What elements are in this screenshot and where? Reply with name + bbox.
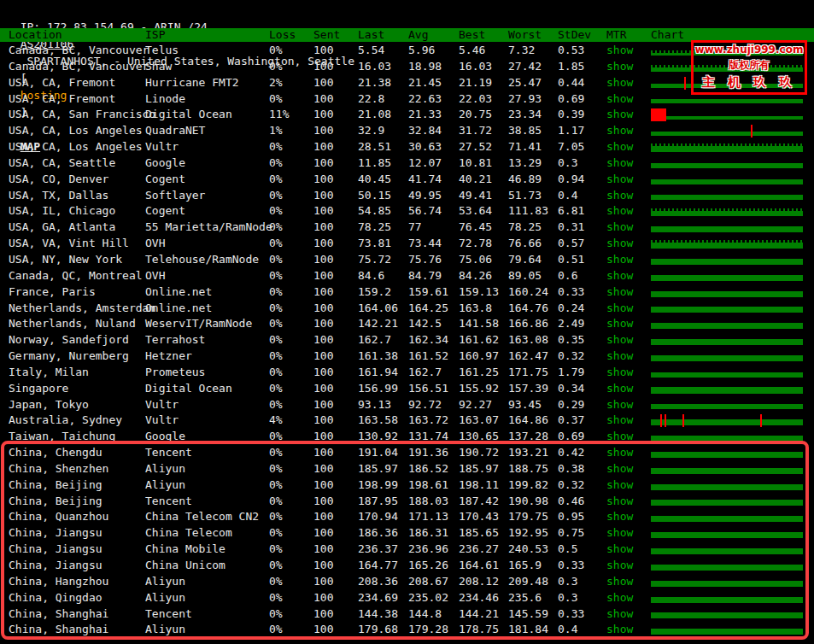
table-row: USA, VA, Vint HillOVH0%10073.8173.4472.7… (0, 236, 814, 252)
latency-chart (651, 574, 803, 590)
avg-cell: 188.03 (408, 494, 448, 510)
last-cell: 142.21 (358, 316, 398, 332)
loss-cell: 0% (269, 445, 283, 461)
mtr-show-link[interactable]: show (606, 477, 633, 494)
latency-chart (651, 622, 803, 638)
location-cell: China, Jiangsu (9, 525, 102, 542)
mtr-show-link[interactable]: show (606, 542, 633, 558)
location-cell: USA, GA, Atlanta (9, 220, 115, 236)
mtr-show-link[interactable]: show (606, 284, 633, 301)
avg-cell: 142.5 (408, 316, 442, 332)
packet-loss-spike (751, 125, 753, 138)
mtr-show-link[interactable]: show (606, 332, 633, 348)
sent-cell: 100 (313, 316, 333, 332)
mtr-show-link[interactable]: show (606, 301, 633, 317)
mtr-show-link[interactable]: show (606, 236, 633, 252)
sent-cell: 100 (313, 429, 333, 445)
sent-cell: 100 (313, 123, 333, 139)
mtr-show-link[interactable]: show (606, 365, 633, 381)
isp-cell: Terrahost (145, 332, 205, 348)
isp-cell: China Mobile (145, 542, 225, 558)
latency-chart (651, 155, 803, 172)
sent-cell: 100 (313, 397, 333, 413)
latency-chart (651, 91, 803, 108)
mtr-show-link[interactable]: show (606, 172, 633, 188)
mtr-show-link[interactable]: show (606, 59, 633, 75)
loss-cell: 0% (269, 622, 283, 638)
mtr-show-link[interactable]: show (606, 397, 633, 413)
mtr-show-link[interactable]: show (606, 252, 633, 268)
mtr-show-link[interactable]: show (606, 590, 633, 606)
mtr-show-link[interactable]: show (606, 75, 633, 91)
mtr-show-link[interactable]: show (606, 429, 633, 445)
loss-cell: 0% (269, 525, 283, 542)
last-cell: 198.99 (358, 477, 398, 494)
stdev-cell: 0.32 (558, 348, 584, 365)
sent-cell: 100 (313, 606, 333, 623)
worst-cell: 190.98 (508, 494, 548, 510)
mtr-show-link[interactable]: show (606, 139, 633, 155)
loss-cell: 0% (269, 188, 283, 204)
stdev-cell: 0.31 (558, 220, 584, 236)
last-cell: 22.8 (358, 91, 384, 108)
avg-cell: 41.74 (408, 172, 442, 188)
last-cell: 130.92 (358, 429, 398, 445)
mtr-show-link[interactable]: show (606, 606, 633, 623)
mtr-show-link[interactable]: show (606, 509, 633, 525)
stdev-cell: 0.53 (558, 43, 584, 59)
isp-cell: Aliyun (145, 477, 185, 494)
table-row: USA, NY, New YorkTelehouse/RamNode0%1007… (0, 252, 814, 268)
location-cell: China, Qingdao (9, 590, 102, 606)
mtr-show-link[interactable]: show (606, 91, 633, 108)
column-header-best: Best (459, 28, 485, 42)
mtr-show-link[interactable]: show (606, 107, 633, 123)
last-cell: 93.13 (358, 397, 391, 413)
mtr-show-link[interactable]: show (606, 413, 633, 429)
avg-cell: 165.26 (408, 558, 448, 574)
mtr-show-link[interactable]: show (606, 445, 633, 461)
mtr-show-link[interactable]: show (606, 348, 633, 365)
table-row: Italy, MilanPrometeus0%100161.94162.7161… (0, 365, 814, 381)
latency-chart (651, 397, 803, 413)
mtr-show-link[interactable]: show (606, 155, 633, 172)
worst-cell: 193.21 (508, 445, 548, 461)
mtr-show-link[interactable]: show (606, 123, 633, 139)
isp-cell: China Telecom CN2 (145, 509, 259, 525)
isp-cell: Google (145, 155, 185, 172)
sent-cell: 100 (313, 445, 333, 461)
mtr-show-link[interactable]: show (606, 268, 633, 284)
mtr-show-link[interactable]: show (606, 43, 633, 59)
mtr-show-link[interactable]: show (606, 525, 633, 542)
location-cell: USA, CA, Fremont (9, 75, 115, 91)
mtr-show-link[interactable]: show (606, 220, 633, 236)
mtr-show-link[interactable]: show (606, 461, 633, 477)
latency-chart (651, 413, 803, 429)
location-cell: Germany, Nuremberg (9, 348, 129, 365)
location-cell: China, Hangzhou (9, 574, 108, 590)
sent-cell: 100 (313, 590, 333, 606)
avg-cell: 236.96 (408, 542, 448, 558)
loss-cell: 2% (269, 75, 283, 91)
best-cell: 21.19 (459, 75, 492, 91)
worst-cell: 157.39 (508, 381, 548, 397)
last-cell: 54.85 (358, 203, 391, 220)
avg-cell: 179.28 (408, 622, 448, 638)
mtr-show-link[interactable]: show (606, 622, 633, 638)
location-cell: Norway, Sandefjord (9, 332, 129, 348)
mtr-show-link[interactable]: show (606, 574, 633, 590)
mtr-show-link[interactable]: show (606, 203, 633, 220)
latency-chart (651, 477, 803, 494)
mtr-show-link[interactable]: show (606, 381, 633, 397)
table-row: Canada, BC, VancouverTelus0%1005.545.965… (0, 43, 814, 59)
worst-cell: 7.32 (508, 43, 535, 59)
mtr-show-link[interactable]: show (606, 188, 633, 204)
mtr-show-link[interactable]: show (606, 494, 633, 510)
sent-cell: 100 (313, 542, 333, 558)
worst-cell: 46.89 (508, 172, 542, 188)
avg-cell: 22.63 (408, 91, 442, 108)
column-header-worst: Worst (508, 28, 542, 42)
table-row: China, HangzhouAliyun0%100208.36208.6720… (0, 574, 814, 590)
mtr-show-link[interactable]: show (606, 558, 633, 574)
stdev-cell: 1.17 (558, 123, 584, 139)
mtr-show-link[interactable]: show (606, 316, 633, 332)
